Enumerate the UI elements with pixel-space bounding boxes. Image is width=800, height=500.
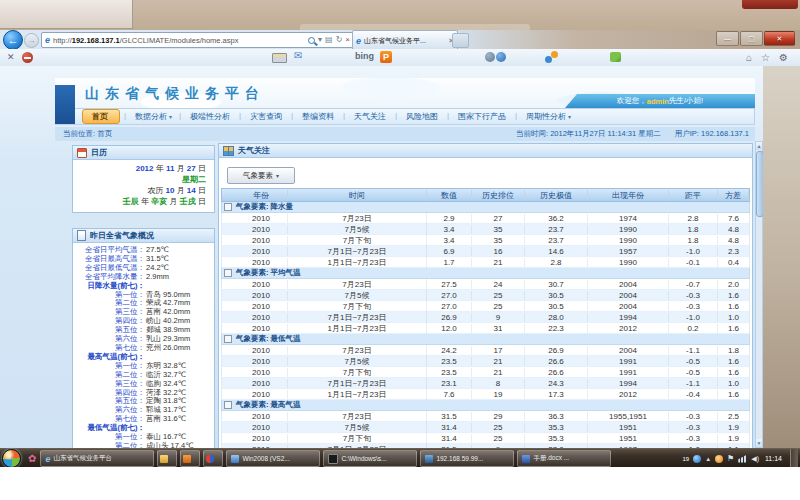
table-row: 20107月5候23.52126.61991-0.51.6: [221, 356, 750, 367]
start-button[interactable]: [2, 449, 21, 468]
blocked-addon-icon[interactable]: [22, 52, 33, 63]
window-taskbar-button[interactable]: C:\Windows\s...: [323, 450, 417, 467]
security-tray-icon[interactable]: [715, 455, 723, 463]
table-cell: -0.4: [669, 390, 718, 399]
pinned-app-icon[interactable]: ✿: [28, 453, 36, 464]
table-cell: 1.0: [718, 313, 749, 322]
bing-logo[interactable]: bing: [355, 51, 374, 61]
table-cell: 21: [472, 357, 525, 366]
address-bar[interactable]: e http://192.168.137.1/GLCCLIMATE/module…: [41, 32, 354, 48]
calendar-text: 壬辰: [123, 197, 139, 206]
show-desktop-button[interactable]: [790, 449, 798, 468]
nav-item-label: 周期性分析: [526, 112, 566, 121]
nav-item[interactable]: 风险地图: [397, 110, 449, 123]
addon-puzzle-icon[interactable]: [610, 52, 621, 62]
group-checkbox[interactable]: [224, 203, 232, 211]
table-row: 20107月下旬31.42535.31951-0.31.9: [221, 433, 750, 444]
search-icon[interactable]: [308, 37, 315, 44]
table-cell: 2010: [235, 214, 288, 223]
table-cell: 7.6: [427, 390, 472, 399]
table-cell: 7月23日: [288, 213, 427, 224]
action-center-flag-icon[interactable]: ⚑: [727, 455, 734, 463]
toolbar-p-badge-icon[interactable]: P: [380, 51, 392, 63]
nav-item[interactable]: 首页: [82, 109, 120, 124]
summary-value[interactable]: 莒南 31.6℃: [145, 415, 186, 424]
window-taskbar-button[interactable]: 192.168.59.99...: [420, 450, 514, 467]
explorer-taskbar-button[interactable]: [157, 450, 177, 467]
table-row: 20107月5候27.02530.52004-0.31.6: [221, 290, 750, 301]
compatibility-view-icon[interactable]: ▤: [325, 35, 333, 45]
window-taskbar-label: C:\Windows\s...: [341, 455, 386, 462]
orange-app-taskbar-button[interactable]: [180, 450, 200, 467]
refresh-icon[interactable]: ↻: [336, 35, 343, 45]
nav-item[interactable]: 灾害查询: [241, 110, 293, 123]
close-button[interactable]: ✕: [764, 31, 795, 46]
vertical-scrollbar[interactable]: ▲ ▼: [755, 141, 763, 448]
new-tab-button[interactable]: [452, 33, 469, 48]
favorites-star-icon[interactable]: ☆: [761, 51, 770, 64]
speaker-icon[interactable]: ◀): [751, 455, 759, 463]
scroll-up-arrow[interactable]: ▲: [756, 142, 762, 150]
calendar-panel: 日历 2012 年 11 月 27 日 星期二: [72, 145, 215, 213]
nav-item[interactable]: 周期性分析▾: [517, 110, 580, 123]
table-cell: 2010: [235, 258, 288, 267]
messenger-tray-icon[interactable]: [693, 455, 701, 463]
nav-item[interactable]: 数据分析▾: [126, 110, 181, 123]
back-button[interactable]: ←: [3, 30, 23, 50]
province-summary-panel: 昨日全省气象概况 全省日平均气温： 27.5℃ 全省日最高气温：: [72, 228, 215, 448]
table-row: 20101月1日~7月23日7.61917.32012-0.41.6: [221, 389, 750, 400]
home-icon[interactable]: ⌂: [746, 51, 752, 64]
nav-item-label: 风险地图: [406, 112, 438, 121]
table-cell: -0.1: [669, 258, 718, 267]
camera-tool-icon[interactable]: [485, 52, 507, 62]
settings-gear-icon[interactable]: ⚙: [779, 51, 788, 64]
mail-icon[interactable]: ✉: [294, 50, 302, 61]
maximize-button[interactable]: ▢: [740, 31, 763, 46]
table-cell: 1991: [588, 357, 669, 366]
group-rows: 20107月23日27.52430.72004-0.72.0 20107月5候2…: [221, 279, 750, 334]
url-text[interactable]: http://192.168.137.1/GLCCLIMATE/modules/…: [53, 36, 305, 45]
calendar-text: 月: [167, 197, 179, 206]
table-cell: 26.9: [525, 346, 588, 355]
network-icon[interactable]: [738, 455, 747, 463]
chevron-down-icon: ▾: [169, 114, 172, 120]
summary-panel-header: 昨日全省气象概况: [73, 229, 214, 243]
table-row: 20101月1日~7月23日1.7212.81990-0.10.4: [221, 257, 750, 268]
card-reader-icon[interactable]: [272, 53, 287, 63]
group-checkbox[interactable]: [224, 401, 232, 409]
table-cell: 1.6: [718, 368, 749, 377]
summary-value[interactable]: 兖州 26.0mm: [145, 344, 190, 353]
bird-tool-icon[interactable]: [545, 51, 558, 63]
scroll-down-arrow[interactable]: ▼: [756, 439, 762, 447]
table-cell: 1.6: [718, 324, 749, 333]
group-checkbox[interactable]: [224, 335, 232, 343]
nav-item[interactable]: 国家下行产品: [449, 110, 517, 123]
forward-button[interactable]: →: [24, 33, 39, 48]
window-taskbar-button[interactable]: 手册.docx ...: [517, 450, 611, 467]
taskbar-clock[interactable]: 11:14: [765, 455, 782, 462]
table-cell: -1.1: [669, 379, 718, 388]
stop-icon[interactable]: ×: [345, 35, 350, 45]
tray-expand-arrow-icon[interactable]: ▲: [705, 456, 711, 462]
table-cell: 7月下旬: [288, 235, 427, 246]
ie-taskbar-button[interactable]: e 山东省气候业务平台: [40, 450, 154, 467]
table-cell: 24.2: [427, 346, 472, 355]
nav-item[interactable]: 天气关注: [345, 110, 397, 123]
browser-app-taskbar-button[interactable]: [203, 450, 223, 467]
column-header: 时间: [288, 190, 427, 201]
addon-bar-close-icon[interactable]: ✕: [7, 51, 15, 64]
group-checkbox[interactable]: [224, 269, 232, 277]
table-row: 20107月23日31.52936.31955,1951-0.32.5: [221, 411, 750, 422]
nav-item[interactable]: 整编资料: [293, 110, 345, 123]
minimize-button[interactable]: —: [716, 31, 739, 46]
browser-tab[interactable]: e 山东省气候业务平... ✕: [352, 30, 458, 50]
ie-page-icon: e: [45, 36, 50, 45]
page-container: 山东省气候业务平台 欢迎您，admin 先生/小姐! 首页 数据分析▾: [55, 66, 755, 448]
main-navigation: 首页 数据分析▾ 极端性分析 灾害查询: [55, 108, 755, 125]
window-taskbar-button[interactable]: Win2008 (VS2...: [226, 450, 320, 467]
element-filter-button[interactable]: 气象要素 ▾: [227, 167, 295, 184]
nav-item[interactable]: 极端性分析: [181, 110, 241, 123]
table-cell: 3.4: [427, 225, 472, 234]
summary-value[interactable]: 2.9mm: [145, 273, 169, 282]
autocomplete-dropdown-icon[interactable]: ▾: [318, 35, 322, 45]
